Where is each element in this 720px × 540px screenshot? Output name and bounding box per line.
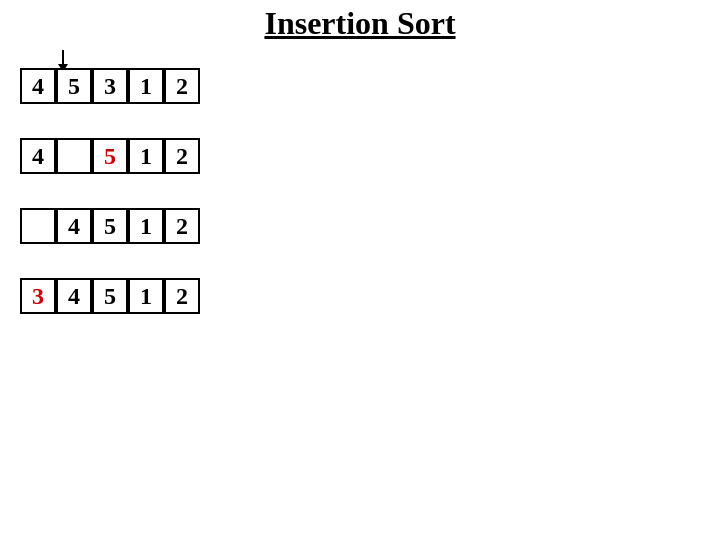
arrow-shaft [62,50,64,64]
cell-r1-3: 1 [128,68,164,104]
cell-r4-1: 4 [56,278,92,314]
cell-r3-0-empty [20,208,56,244]
array-row-1: 4 5 3 1 2 [20,68,200,104]
array-row-3: 4 5 1 2 [20,208,200,244]
cell-r4-2: 5 [92,278,128,314]
cell-r1-2: 3 [92,68,128,104]
cell-r1-4: 2 [164,68,200,104]
cell-r4-3: 1 [128,278,164,314]
cell-r3-1: 4 [56,208,92,244]
cell-r3-3: 1 [128,208,164,244]
cell-r2-4: 2 [164,138,200,174]
cell-r2-0: 4 [20,138,56,174]
cell-r4-4: 2 [164,278,200,314]
cell-r1-0: 4 [20,68,56,104]
page-title: Insertion Sort [0,5,720,42]
cell-r3-4: 2 [164,208,200,244]
cell-r4-0: 3 [20,278,56,314]
array-row-2: 4 5 1 2 [20,138,200,174]
cell-r1-1: 5 [56,68,92,104]
cell-r2-3: 1 [128,138,164,174]
cell-r2-2: 5 [92,138,128,174]
array-row-4: 3 4 5 1 2 [20,278,200,314]
cell-r2-1-empty [56,138,92,174]
cell-r3-2: 5 [92,208,128,244]
